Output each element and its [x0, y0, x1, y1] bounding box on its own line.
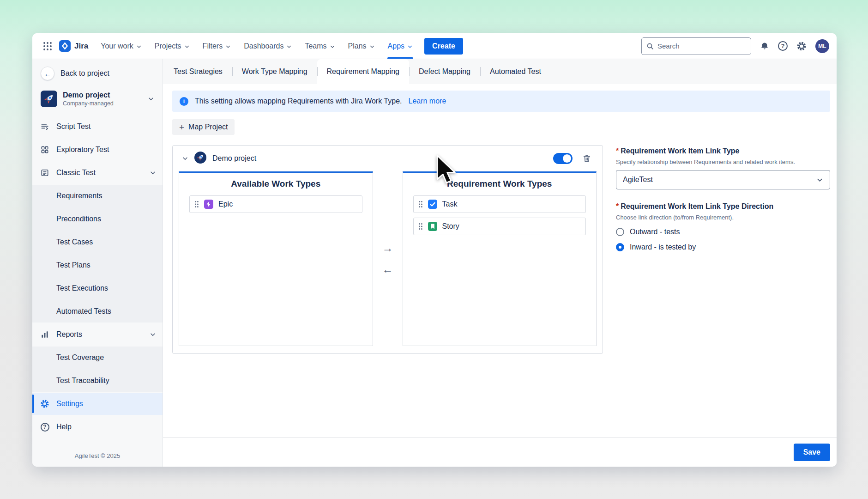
search-input[interactable] — [657, 42, 746, 50]
drag-handle-icon[interactable] — [194, 201, 199, 208]
field-label-text: Requirement Work Item Link Type Directio… — [621, 202, 773, 210]
nav-teams[interactable]: Teams — [299, 33, 341, 59]
tab-bar: Test Strategies Work Type Mapping Requir… — [163, 59, 837, 84]
top-navbar: Jira Your work Projects Filters Dashboar… — [32, 33, 837, 59]
save-button[interactable]: Save — [794, 444, 830, 461]
chevron-down-icon — [407, 44, 413, 49]
info-banner: i This setting allows mapping Requiremen… — [172, 91, 830, 112]
tab-work-type-mapping[interactable]: Work Type Mapping — [232, 59, 317, 84]
column-title: Available Work Types — [179, 173, 373, 195]
radio-unselected-icon[interactable] — [616, 228, 624, 236]
classic-test-subitems: Requirements Preconditions Test Cases Te… — [32, 185, 163, 323]
work-type-item-story[interactable]: Story — [413, 218, 586, 235]
transfer-controls: → ← — [373, 171, 403, 346]
nav-label: Filters — [203, 42, 223, 50]
chevron-down-icon — [150, 331, 156, 338]
radio-selected-icon[interactable] — [616, 243, 624, 251]
task-icon — [428, 200, 437, 209]
chevron-down-icon — [330, 44, 335, 49]
nav-label: Plans — [348, 42, 367, 50]
collapse-chevron-icon[interactable] — [182, 155, 188, 162]
jira-logo-icon — [59, 40, 71, 52]
work-type-item-task[interactable]: Task — [413, 195, 586, 213]
sidebar-item-label: Preconditions — [56, 215, 101, 223]
nav-label: Teams — [305, 42, 326, 50]
sidebar-item-test-coverage[interactable]: Test Coverage — [32, 347, 163, 369]
sidebar-item-automated-tests[interactable]: Automated Tests — [32, 300, 163, 323]
nav-dashboards[interactable]: Dashboards — [238, 33, 298, 59]
chevron-down-icon — [148, 96, 154, 102]
sidebar-item-preconditions[interactable]: Preconditions — [32, 208, 163, 230]
app-body: ← Back to project Demo project Company-m… — [32, 59, 837, 467]
radio-outward-tests[interactable]: Outward - tests — [616, 228, 830, 236]
tab-defect-mapping[interactable]: Defect Mapping — [409, 59, 480, 84]
toggle-knob — [563, 154, 571, 163]
drag-handle-icon[interactable] — [418, 223, 423, 230]
script-test-icon — [40, 122, 50, 131]
create-button[interactable]: Create — [424, 38, 463, 55]
map-project-button[interactable]: + Map Project — [172, 119, 235, 135]
required-asterisk: * — [616, 202, 619, 210]
sidebar-item-label: Requirements — [56, 192, 102, 200]
tab-automated-test[interactable]: Automated Test — [480, 59, 551, 84]
move-right-arrow[interactable]: → — [382, 243, 393, 254]
nav-your-work[interactable]: Your work — [95, 33, 148, 59]
sidebar-item-test-plans[interactable]: Test Plans — [32, 254, 163, 276]
tab-label: Work Type Mapping — [242, 67, 307, 76]
nav-filters[interactable]: Filters — [197, 33, 237, 59]
global-search[interactable] — [641, 37, 751, 55]
requirement-work-types-column: Requirement Work Types — [403, 171, 597, 346]
tab-test-strategies[interactable]: Test Strategies — [164, 59, 232, 84]
sidebar-item-script-test[interactable]: Script Test — [32, 116, 163, 138]
tab-requirement-mapping[interactable]: Requirement Mapping — [317, 59, 409, 84]
nav-plans[interactable]: Plans — [342, 33, 381, 59]
mouse-cursor — [433, 154, 460, 186]
delete-mapping-icon[interactable] — [582, 154, 591, 163]
back-to-project[interactable]: ← Back to project — [37, 65, 158, 82]
chevron-down-icon — [184, 44, 190, 49]
sidebar-item-exploratory-test[interactable]: Exploratory Test — [32, 139, 163, 161]
link-type-label: *Requirement Work Item Link Type — [616, 147, 830, 155]
user-avatar[interactable]: ML — [815, 39, 829, 53]
project-avatar-rocket-icon — [194, 152, 206, 165]
sidebar-item-test-cases[interactable]: Test Cases — [32, 231, 163, 253]
link-type-select[interactable]: AgileTest — [616, 170, 830, 189]
nav-projects[interactable]: Projects — [149, 33, 196, 59]
main-area: Test Strategies Work Type Mapping Requir… — [163, 59, 837, 467]
sidebar-item-requirements[interactable]: Requirements — [32, 185, 163, 207]
sidebar-item-reports[interactable]: Reports — [32, 323, 163, 346]
search-icon — [646, 43, 654, 50]
sidebar-item-help[interactable]: ? Help — [32, 416, 163, 438]
project-switcher[interactable]: Demo project Company-managed — [37, 86, 158, 112]
drag-handle-icon[interactable] — [418, 201, 423, 208]
move-left-arrow[interactable]: ← — [382, 264, 393, 275]
chevron-down-icon — [369, 44, 375, 49]
project-name: Demo project — [63, 91, 114, 99]
jira-logo[interactable]: Jira — [56, 40, 94, 52]
sidebar-item-label: Settings — [56, 400, 83, 408]
app-switcher-icon[interactable] — [40, 38, 55, 54]
available-work-types-column: Available Work Types — [179, 171, 373, 346]
mapping-enabled-toggle[interactable] — [553, 153, 573, 164]
notifications-icon[interactable] — [760, 42, 769, 51]
sidebar-item-label: Automated Tests — [56, 307, 111, 316]
sidebar-item-test-traceability[interactable]: Test Traceability — [32, 370, 163, 392]
chevron-down-icon — [150, 170, 156, 176]
required-asterisk: * — [616, 147, 619, 155]
select-value: AgileTest — [623, 176, 653, 184]
nav-apps[interactable]: Apps — [382, 33, 419, 59]
sidebar-item-settings[interactable]: Settings — [32, 393, 163, 415]
radio-inward-is-tested-by[interactable]: Inward - is tested by — [616, 243, 830, 251]
nav-label: Projects — [155, 42, 181, 50]
sidebar-item-classic-test[interactable]: Classic Test — [32, 162, 163, 184]
nav-label: Your work — [101, 42, 133, 50]
epic-icon — [204, 200, 213, 209]
settings-icon[interactable] — [796, 41, 807, 51]
help-icon[interactable]: ? — [778, 41, 788, 51]
back-arrow-icon: ← — [41, 67, 54, 80]
work-type-item-epic[interactable]: Epic — [189, 195, 362, 213]
tab-label: Requirement Mapping — [327, 67, 399, 76]
learn-more-link[interactable]: Learn more — [408, 97, 446, 105]
sidebar-item-test-executions[interactable]: Test Executions — [32, 277, 163, 299]
chevron-down-icon — [136, 44, 142, 49]
